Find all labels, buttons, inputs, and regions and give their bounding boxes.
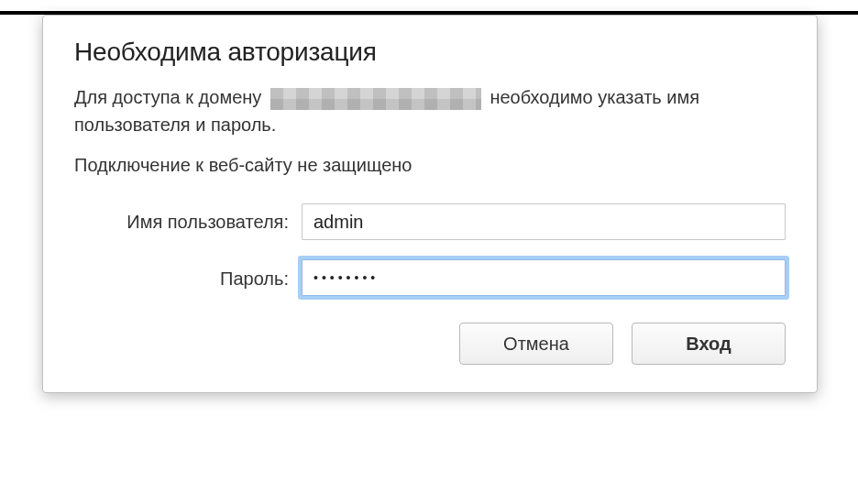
username-label: Имя пользователя: bbox=[74, 212, 302, 233]
password-row: Пароль: bbox=[74, 260, 786, 297]
auth-dialog: Необходима авторизация Для доступа к дом… bbox=[42, 15, 818, 393]
dialog-message: Для доступа к домену необходимо указать … bbox=[74, 83, 786, 138]
username-input[interactable] bbox=[302, 203, 786, 240]
password-label: Пароль: bbox=[74, 268, 302, 290]
username-row: Имя пользователя: bbox=[74, 203, 786, 240]
password-input[interactable] bbox=[302, 259, 786, 296]
submit-button[interactable]: Вход bbox=[632, 323, 786, 365]
insecure-connection-warning: Подключение к веб-сайту не защищено bbox=[74, 155, 786, 176]
message-prefix: Для доступа к домену bbox=[74, 87, 261, 107]
redacted-domain bbox=[270, 88, 481, 110]
cancel-button[interactable]: Отмена bbox=[459, 323, 613, 365]
dialog-button-row: Отмена Вход bbox=[74, 323, 786, 365]
dialog-title: Необходима авторизация bbox=[74, 38, 786, 67]
